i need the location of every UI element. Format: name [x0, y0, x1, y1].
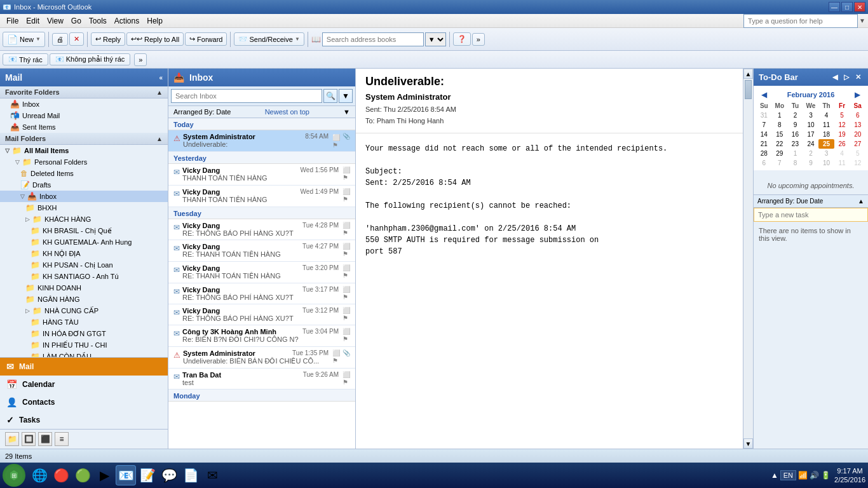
expand-toolbar2-button[interactable]: » — [134, 53, 147, 66]
cal-prev-button[interactable]: ◀ — [759, 90, 770, 99]
email-item-vicky-7[interactable]: ✉ Vicky Dang Tue 3:12 PM RE: THÔNG BÁO P… — [168, 304, 355, 325]
sidebar-item-inbox-favorite[interactable]: 📥 Inbox — [0, 98, 168, 110]
sidebar-item-khach-hang[interactable]: ▷ 📁 KHÁCH HÀNG — [0, 214, 168, 225]
cal-28[interactable]: 28 — [756, 149, 772, 158]
sidebar-item-hang-tau[interactable]: 📁 HÀNG TÀU — [0, 316, 168, 328]
nav-icon-2[interactable]: 🔲 — [22, 432, 36, 446]
cal-2[interactable]: 2 — [787, 111, 803, 120]
cal-2-next[interactable]: 2 — [803, 149, 819, 158]
sidebar-item-kh-santiago[interactable]: 📁 KH SANTIAGO - Anh Tú — [0, 271, 168, 282]
address-search-input[interactable] — [322, 32, 424, 46]
flag-7[interactable]: ⬜ — [342, 307, 350, 314]
cal-7[interactable]: 7 — [756, 120, 772, 130]
sort-dropdown[interactable]: ▼ — [343, 108, 350, 116]
cal-29[interactable]: 29 — [772, 149, 788, 158]
cal-6-next[interactable]: 6 — [756, 158, 772, 168]
flag-2[interactable]: ⬜ — [342, 188, 350, 195]
taskbar-word[interactable]: 📝 — [137, 465, 158, 485]
new-dropdown-arrow[interactable]: ▼ — [36, 36, 41, 42]
cat-5[interactable]: ⚑ — [342, 272, 350, 279]
nav-calendar[interactable]: 📅 Calendar — [0, 376, 168, 393]
cat-4[interactable]: ⚑ — [342, 250, 350, 257]
cat-7[interactable]: ⚑ — [342, 315, 350, 322]
cal-11[interactable]: 11 — [818, 120, 834, 130]
expand-toolbar-button[interactable]: » — [472, 33, 485, 46]
scroll-down-arrow[interactable]: ▼ — [743, 438, 753, 449]
todo-sort-arrow[interactable]: ▲ — [858, 198, 864, 205]
nav-contacts[interactable]: 👤 Contacts — [0, 393, 168, 411]
cal-12[interactable]: 12 — [834, 120, 850, 130]
email-item-vicky-4[interactable]: ✉ Vicky Dang Tue 4:27 PM RE: THANH TOÁN … — [168, 240, 355, 262]
cal-10[interactable]: 10 — [803, 120, 819, 130]
reply-all-button[interactable]: ↩↩ Reply to All — [126, 32, 184, 46]
sidebar-collapse-button[interactable]: « — [159, 74, 163, 81]
cal-5-next[interactable]: 5 — [850, 149, 865, 158]
cal-24[interactable]: 24 — [803, 139, 819, 149]
email-item-congty[interactable]: ✉ Công ty 3K Hoàng Anh Minh Tue 3:04 PM … — [168, 325, 355, 347]
cal-13[interactable]: 13 — [850, 120, 865, 130]
cal-7-next[interactable]: 7 — [772, 158, 788, 168]
khongphai-button[interactable]: 📧 Không phải thý rác — [50, 53, 131, 65]
email-item-vicky-1[interactable]: ✉ Vicky Dang Wed 1:56 PM THANH TOÁN TIỀN… — [168, 164, 355, 186]
scroll-thumb[interactable] — [745, 80, 752, 99]
sidebar-item-kh-noi-dia[interactable]: 📁 KH NỘI ĐỊA — [0, 248, 168, 259]
menu-edit[interactable]: Edit — [22, 15, 43, 27]
sidebar-item-bhxh[interactable]: 📁 BHXH — [0, 202, 168, 214]
mail-folders-header[interactable]: Mail Folders ▲ — [0, 133, 168, 145]
todo-expand-button[interactable]: ▷ — [842, 73, 851, 81]
help-button[interactable]: ❓ — [453, 32, 471, 46]
email-item-sysadmin-today[interactable]: ⚠ System Administrator 8:54 AM Undeliver… — [168, 130, 355, 152]
menu-file[interactable]: File — [3, 15, 22, 27]
cal-11-next[interactable]: 11 — [834, 158, 850, 168]
nav-icon-1[interactable]: 📁 — [5, 432, 19, 446]
sort-by-label[interactable]: Arranged By: Date — [173, 108, 231, 116]
taskbar-email2[interactable]: ✉ — [202, 465, 222, 485]
cal-5[interactable]: 5 — [834, 111, 850, 120]
sidebar-item-nha-cung-cap[interactable]: ▷ 📁 NHÀ CUNG CẤP — [0, 305, 168, 316]
cal-3-next[interactable]: 3 — [818, 149, 834, 158]
sort-order-label[interactable]: Newest on top — [265, 108, 309, 116]
favorite-folders-header[interactable]: Favorite Folders ▲ — [0, 86, 168, 98]
search-button[interactable]: 🔍 — [323, 89, 337, 103]
title-bar-controls[interactable]: — □ ✕ — [829, 2, 865, 12]
email-item-vicky-3[interactable]: ✉ Vicky Dang Tue 4:28 PM RE: THÔNG BÁO P… — [168, 219, 355, 240]
cal-10-next[interactable]: 10 — [818, 158, 834, 168]
cal-3[interactable]: 3 — [803, 111, 819, 120]
sidebar-item-drafts[interactable]: 📝 Drafts — [0, 179, 168, 191]
search-options-button[interactable]: ▼ — [339, 89, 353, 103]
nav-tasks[interactable]: ✓ Tasks — [0, 411, 168, 429]
nav-configure-button[interactable]: ≡ — [55, 432, 69, 446]
start-button[interactable]: ⊞ — [3, 464, 25, 487]
new-button[interactable]: 📄 New ▼ — [3, 32, 45, 47]
cat-3[interactable]: ⚑ — [342, 229, 350, 236]
cal-14[interactable]: 14 — [756, 130, 772, 139]
scroll-up-arrow[interactable]: ▲ — [743, 69, 753, 79]
cal-17[interactable]: 17 — [803, 130, 819, 139]
cal-1[interactable]: 1 — [772, 111, 788, 120]
send-receive-dropdown[interactable]: ▼ — [295, 36, 300, 42]
help-input[interactable] — [743, 14, 858, 28]
flag-5[interactable]: ⬜ — [342, 264, 350, 271]
nav-icon-3[interactable]: ⬛ — [38, 432, 52, 446]
sidebar-item-in-hoa-don[interactable]: 📁 IN HÓA ĐƠN GTGT — [0, 328, 168, 339]
cal-4[interactable]: 4 — [818, 111, 834, 120]
address-dropdown[interactable]: ▼ — [425, 32, 446, 46]
sidebar-item-kinh-doanh[interactable]: 📁 KINH DOANH — [0, 282, 168, 294]
close-button[interactable]: ✕ — [854, 2, 865, 12]
email-item-vicky-2[interactable]: ✉ Vicky Dang Wed 1:49 PM THANH TOÁN TIỀN… — [168, 186, 355, 207]
minimize-button[interactable]: — — [829, 2, 840, 12]
flag-6[interactable]: ⬜ — [342, 286, 350, 293]
thyrac-button[interactable]: 📧 Thý rác — [3, 53, 48, 65]
sidebar-item-unread-mail[interactable]: 📬 Unread Mail — [0, 110, 168, 121]
taskbar-chrome[interactable]: 🔴 — [51, 465, 71, 485]
maximize-button[interactable]: □ — [841, 2, 853, 12]
flag-1[interactable]: ⬜ — [342, 166, 350, 173]
taskbar-ie[interactable]: 🌐 — [29, 465, 50, 485]
sidebar-item-kh-guatemala[interactable]: 📁 KH GUATEMALA- Anh Hung — [0, 236, 168, 248]
cat-2[interactable]: ⚑ — [342, 196, 350, 203]
todo-close-button[interactable]: ✕ — [853, 73, 863, 81]
cal-4-next[interactable]: 4 — [834, 149, 850, 158]
sidebar-item-deleted[interactable]: 🗑 Deleted Items — [0, 168, 168, 179]
sidebar-item-ngan-hang[interactable]: 📁 NGÂN HÀNG — [0, 294, 168, 305]
email-category[interactable]: ⚑ — [332, 142, 340, 149]
